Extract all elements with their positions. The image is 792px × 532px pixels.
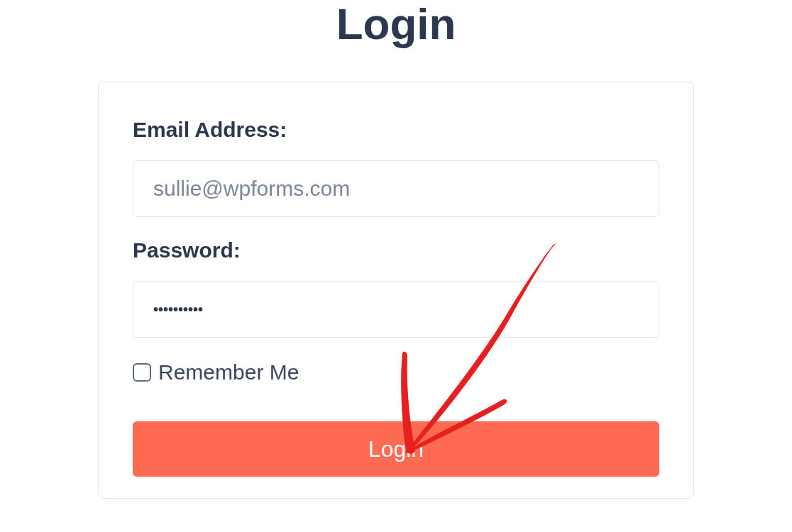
- login-button[interactable]: Login: [133, 421, 659, 477]
- remember-checkbox[interactable]: [133, 363, 151, 382]
- remember-label[interactable]: Remember Me: [158, 360, 299, 384]
- password-field[interactable]: [133, 281, 659, 338]
- email-label: Email Address:: [133, 118, 659, 142]
- password-label: Password:: [133, 238, 659, 262]
- password-group: Password:: [133, 238, 659, 338]
- remember-row: Remember Me: [133, 360, 659, 384]
- email-field[interactable]: [133, 160, 659, 217]
- email-group: Email Address:: [133, 118, 659, 217]
- login-form-card: Email Address: Password: Remember Me Log…: [98, 82, 694, 499]
- page-title: Login: [0, 0, 792, 49]
